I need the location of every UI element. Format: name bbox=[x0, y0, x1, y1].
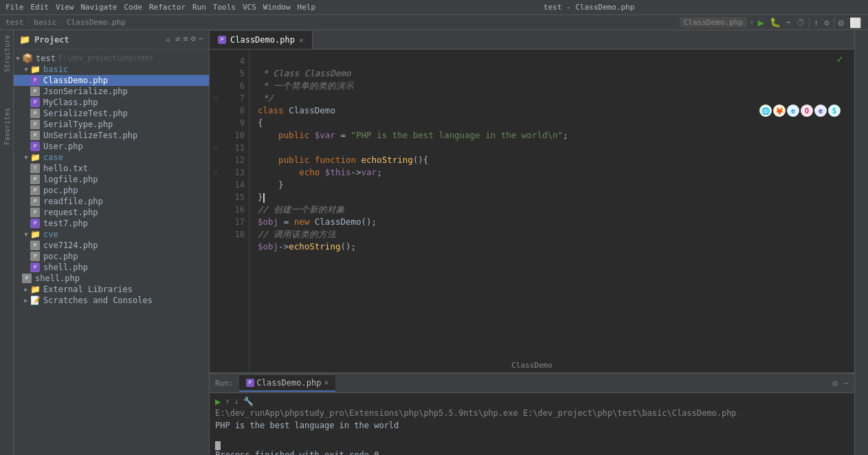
gutter: ○ ○ ○ bbox=[210, 49, 222, 373]
tree-item-test7[interactable]: P test7.php bbox=[14, 218, 209, 229]
sync-icon[interactable]: ⇄ bbox=[175, 34, 180, 46]
left-icon-structure[interactable]: Structure bbox=[1, 33, 12, 74]
tree-item-basic[interactable]: ▼ 📁 basic bbox=[14, 64, 209, 75]
project-header-icons[interactable]: ＋ ⇄ ≡ ⚙ − bbox=[164, 34, 203, 46]
tree-item-request[interactable]: P request.php bbox=[14, 207, 209, 218]
menu-help[interactable]: Help bbox=[298, 3, 316, 12]
tree-item-serialtype[interactable]: P SerialType.php bbox=[14, 119, 209, 130]
tree-item-hello[interactable]: T hello.txt bbox=[14, 163, 209, 174]
run-tab-php-icon: P bbox=[246, 379, 254, 387]
tree-label-case: case bbox=[42, 153, 63, 162]
run-tab-close[interactable]: ✕ bbox=[324, 378, 329, 387]
coverage-button[interactable]: ☂ bbox=[785, 16, 792, 29]
bc-test[interactable]: test bbox=[5, 18, 24, 27]
settings-bottom-icon[interactable]: ⚙ bbox=[832, 378, 838, 388]
code-content[interactable]: * Class ClassDemo * 一个简单的类的演示 */ class C… bbox=[249, 49, 854, 373]
tree-item-root[interactable]: ▼ 📦 test E:\dev_project\php\test bbox=[14, 52, 209, 64]
menu-navigate[interactable]: Navigate bbox=[81, 3, 118, 12]
menu-window[interactable]: Window bbox=[263, 3, 291, 12]
menu-vcs[interactable]: VCS bbox=[243, 3, 256, 12]
scroll-down-button[interactable]: ↓ bbox=[234, 397, 239, 406]
menu-file[interactable]: File bbox=[5, 3, 24, 12]
run-wrench-icon[interactable]: 🔧 bbox=[243, 397, 254, 406]
menu-edit[interactable]: Edit bbox=[31, 3, 49, 12]
php-icon-request: P bbox=[30, 208, 40, 217]
run-play-button[interactable]: ▶ bbox=[215, 396, 221, 407]
tree-item-serializetest[interactable]: P SerializeTest.php bbox=[14, 108, 209, 119]
minimize-panel-icon[interactable]: − bbox=[199, 34, 203, 46]
tree-item-unserializetest[interactable]: P UnSerializeTest.php bbox=[14, 130, 209, 141]
tree-item-scratches[interactable]: ▶ 📝 Scratches and Consoles bbox=[14, 295, 209, 306]
settings-button[interactable]: ⚙ bbox=[837, 16, 845, 30]
build-button[interactable]: ⚙ bbox=[823, 16, 830, 29]
tree-item-case[interactable]: ▼ 📁 case bbox=[14, 152, 209, 163]
menu-tools[interactable]: Tools bbox=[213, 3, 236, 12]
tree-item-classdemo[interactable]: P ClassDemo.php bbox=[14, 75, 209, 86]
tree-item-poc-case[interactable]: P poc.php bbox=[14, 185, 209, 196]
profiler-button[interactable]: ⏱ bbox=[795, 16, 806, 29]
bottom-tab-icons[interactable]: ⚙ − bbox=[832, 378, 849, 388]
php-icon-shell-cve: P bbox=[30, 263, 40, 272]
run-config-dropdown[interactable]: ClassDemo.php bbox=[680, 17, 747, 27]
fold-11[interactable]: ○ bbox=[210, 142, 222, 154]
fold-7[interactable]: ○ bbox=[210, 92, 222, 104]
tree-item-readfile[interactable]: P readfile.php bbox=[14, 196, 209, 207]
tree-item-myclass[interactable]: P MyClass.php bbox=[14, 97, 209, 108]
tree-item-shell-cve[interactable]: P shell.php bbox=[14, 262, 209, 273]
minimize-bottom-icon[interactable]: − bbox=[843, 378, 849, 388]
folder-case-icon: 📁 bbox=[30, 153, 41, 162]
project-panel-title: Project bbox=[34, 35, 159, 45]
run-button[interactable]: ▶ bbox=[757, 15, 766, 30]
tree-item-shell-root[interactable]: P shell.php bbox=[14, 273, 209, 284]
project-panel: 📁 Project ＋ ⇄ ≡ ⚙ − ▼ 📦 test E:\dev_proj… bbox=[14, 30, 210, 455]
gear-icon[interactable]: ⚙ bbox=[191, 34, 196, 46]
exit-line: Process finished with exit code 0 bbox=[215, 450, 849, 455]
folder-cve-icon: 📁 bbox=[30, 230, 41, 239]
tree-item-cve7124[interactable]: P cve7124.php bbox=[14, 240, 209, 251]
tree-label-scratches: Scratches and Consoles bbox=[42, 296, 153, 305]
tree-label-serialtype: SerialType.php bbox=[42, 120, 113, 129]
menu-code[interactable]: Code bbox=[124, 3, 142, 12]
menu-refactor[interactable]: Refactor bbox=[149, 3, 186, 12]
tab-close-button[interactable]: ✕ bbox=[299, 36, 304, 45]
tree-item-cve[interactable]: ▼ 📁 cve bbox=[14, 229, 209, 240]
collapse-icon[interactable]: ≡ bbox=[183, 34, 188, 46]
fold-13[interactable]: ○ bbox=[210, 166, 222, 179]
window-title: test - ClassDemo.php bbox=[544, 3, 634, 12]
tree-label-logfile: logfile.php bbox=[42, 175, 98, 184]
scroll-up-button[interactable]: ↑ bbox=[225, 397, 230, 406]
toolbar-separator bbox=[809, 17, 810, 28]
right-icons bbox=[854, 30, 868, 455]
tree-item-user[interactable]: P User.php bbox=[14, 141, 209, 152]
menu-bar[interactable]: File Edit View Navigate Code Refactor Ru… bbox=[5, 3, 315, 12]
debug-button[interactable]: 🐛 bbox=[768, 16, 782, 29]
php-icon-shell-root: P bbox=[22, 274, 32, 283]
bc-file[interactable]: ClassDemo.php bbox=[67, 18, 126, 27]
tree-label-test7: test7.php bbox=[42, 219, 88, 228]
browser-icons: 🌐 🦊 e O e S bbox=[759, 104, 841, 117]
tree-item-extlibs[interactable]: ▶ 📁 External Libraries bbox=[14, 284, 209, 295]
add-icon[interactable]: ＋ bbox=[164, 34, 173, 46]
layout-button[interactable]: ⬜ bbox=[848, 16, 863, 30]
menu-run[interactable]: Run bbox=[192, 3, 206, 12]
tree-item-logfile[interactable]: P logfile.php bbox=[14, 174, 209, 185]
php-icon-logfile: P bbox=[30, 175, 40, 184]
tree-item-jsonserialize[interactable]: P JsonSerialize.php bbox=[14, 86, 209, 97]
left-icon-favorites[interactable]: Favorites bbox=[1, 106, 12, 147]
vcs-button[interactable]: ↑ bbox=[812, 16, 820, 29]
top-breadcrumb-bar: test › basic › ClassDemo.php ClassDemo.p… bbox=[0, 15, 868, 30]
bc-basic[interactable]: basic bbox=[34, 18, 56, 27]
code-editor[interactable]: ○ ○ ○ 4 5 6 7 8 9 10 bbox=[210, 49, 854, 373]
tree-label-poc-cve: poc.php bbox=[42, 252, 78, 261]
class-label-footer: ClassDemo bbox=[511, 361, 553, 370]
tab-classdemo[interactable]: P ClassDemo.php ✕ bbox=[210, 31, 313, 49]
tree-item-poc-cve[interactable]: P poc.php bbox=[14, 251, 209, 262]
php-icon-test7: P bbox=[30, 219, 40, 228]
file-tree: ▼ 📦 test E:\dev_project\php\test ▼ 📁 bas… bbox=[14, 49, 209, 455]
tree-root-path: E:\dev_project\php\test bbox=[58, 54, 153, 62]
menu-view[interactable]: View bbox=[56, 3, 74, 12]
php-icon-poc-case: P bbox=[30, 186, 40, 195]
tree-label-extlibs: External Libraries bbox=[42, 285, 133, 294]
tab-run-classdemo[interactable]: P ClassDemo.php ✕ bbox=[239, 375, 336, 392]
edge-icon: e bbox=[814, 104, 827, 117]
